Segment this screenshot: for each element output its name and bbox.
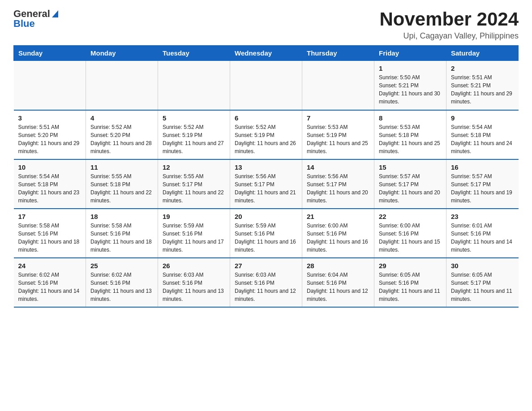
calendar-cell: 5Sunrise: 5:52 AMSunset: 5:19 PMDaylight… [158, 110, 230, 159]
day-info: Sunrise: 5:56 AMSunset: 5:17 PMDaylight:… [235, 172, 297, 205]
calendar-cell: 11Sunrise: 5:55 AMSunset: 5:18 PMDayligh… [86, 159, 158, 209]
calendar-table: SundayMondayTuesdayWednesdayThursdayFrid… [13, 45, 519, 308]
calendar-cell: 18Sunrise: 5:58 AMSunset: 5:16 PMDayligh… [86, 209, 158, 258]
day-number: 28 [307, 262, 369, 270]
calendar-cell: 8Sunrise: 5:53 AMSunset: 5:18 PMDaylight… [374, 110, 446, 159]
page-title: November 2024 [379, 9, 519, 30]
day-info: Sunrise: 5:54 AMSunset: 5:18 PMDaylight:… [451, 123, 514, 155]
day-info: Sunrise: 6:03 AMSunset: 5:16 PMDaylight:… [235, 271, 297, 303]
weekday-header-wednesday: Wednesday [230, 46, 302, 61]
day-number: 12 [163, 163, 225, 171]
day-info: Sunrise: 5:52 AMSunset: 5:20 PMDaylight:… [90, 123, 153, 155]
calendar-week-row: 17Sunrise: 5:58 AMSunset: 5:16 PMDayligh… [14, 209, 519, 258]
day-number: 17 [18, 213, 82, 220]
day-info: Sunrise: 6:03 AMSunset: 5:16 PMDaylight:… [163, 271, 225, 303]
day-number: 2 [451, 64, 514, 72]
day-number: 14 [307, 163, 369, 171]
day-info: Sunrise: 6:00 AMSunset: 5:16 PMDaylight:… [307, 222, 369, 254]
calendar-cell: 2Sunrise: 5:51 AMSunset: 5:21 PMDaylight… [446, 61, 519, 110]
calendar-cell: 1Sunrise: 5:50 AMSunset: 5:21 PMDaylight… [374, 61, 446, 110]
weekday-header-tuesday: Tuesday [158, 46, 230, 61]
calendar-cell: 6Sunrise: 5:52 AMSunset: 5:19 PMDaylight… [230, 110, 302, 159]
calendar-cell [230, 61, 302, 110]
day-number: 1 [379, 64, 442, 72]
day-info: Sunrise: 6:02 AMSunset: 5:16 PMDaylight:… [18, 271, 82, 303]
day-info: Sunrise: 5:51 AMSunset: 5:21 PMDaylight:… [451, 73, 514, 106]
day-info: Sunrise: 5:58 AMSunset: 5:16 PMDaylight:… [90, 222, 153, 254]
weekday-header-saturday: Saturday [446, 46, 519, 61]
day-info: Sunrise: 6:05 AMSunset: 5:16 PMDaylight:… [379, 271, 442, 303]
day-number: 7 [307, 114, 369, 122]
day-number: 25 [90, 262, 153, 270]
day-number: 9 [451, 114, 514, 122]
calendar-cell: 16Sunrise: 5:57 AMSunset: 5:17 PMDayligh… [446, 159, 519, 209]
logo: General Blue [13, 9, 58, 29]
day-info: Sunrise: 5:55 AMSunset: 5:17 PMDaylight:… [163, 172, 225, 205]
calendar-cell: 12Sunrise: 5:55 AMSunset: 5:17 PMDayligh… [158, 159, 230, 209]
calendar-cell: 24Sunrise: 6:02 AMSunset: 5:16 PMDayligh… [14, 258, 86, 307]
calendar-week-row: 24Sunrise: 6:02 AMSunset: 5:16 PMDayligh… [14, 258, 519, 307]
calendar-cell: 10Sunrise: 5:54 AMSunset: 5:18 PMDayligh… [14, 159, 86, 209]
calendar-cell: 3Sunrise: 5:51 AMSunset: 5:20 PMDaylight… [14, 110, 86, 159]
day-info: Sunrise: 5:52 AMSunset: 5:19 PMDaylight:… [235, 123, 297, 155]
day-info: Sunrise: 6:01 AMSunset: 5:16 PMDaylight:… [451, 222, 514, 254]
day-number: 10 [18, 163, 82, 171]
day-info: Sunrise: 6:05 AMSunset: 5:17 PMDaylight:… [451, 271, 514, 303]
day-number: 4 [90, 114, 153, 122]
calendar-week-row: 10Sunrise: 5:54 AMSunset: 5:18 PMDayligh… [14, 159, 519, 209]
header-area: General Blue November 2024 Upi, Cagayan … [13, 9, 519, 41]
day-info: Sunrise: 6:00 AMSunset: 5:16 PMDaylight:… [379, 222, 442, 254]
day-info: Sunrise: 6:02 AMSunset: 5:16 PMDaylight:… [90, 271, 153, 303]
calendar-cell: 9Sunrise: 5:54 AMSunset: 5:18 PMDaylight… [446, 110, 519, 159]
logo-blue-text: Blue [13, 18, 35, 29]
day-info: Sunrise: 5:57 AMSunset: 5:17 PMDaylight:… [451, 172, 514, 205]
logo-general-text: General [13, 9, 50, 19]
day-number: 11 [90, 163, 153, 171]
day-info: Sunrise: 5:52 AMSunset: 5:19 PMDaylight:… [163, 123, 225, 155]
day-number: 8 [379, 114, 442, 122]
day-number: 30 [451, 262, 514, 270]
calendar-cell [158, 61, 230, 110]
calendar-cell: 7Sunrise: 5:53 AMSunset: 5:19 PMDaylight… [302, 110, 374, 159]
calendar-cell: 22Sunrise: 6:00 AMSunset: 5:16 PMDayligh… [374, 209, 446, 258]
day-info: Sunrise: 5:59 AMSunset: 5:16 PMDaylight:… [163, 222, 225, 254]
calendar-week-row: 1Sunrise: 5:50 AMSunset: 5:21 PMDaylight… [14, 61, 519, 110]
day-number: 3 [18, 114, 82, 122]
day-info: Sunrise: 5:55 AMSunset: 5:18 PMDaylight:… [90, 172, 153, 205]
day-info: Sunrise: 5:53 AMSunset: 5:19 PMDaylight:… [307, 123, 369, 155]
calendar-cell: 19Sunrise: 5:59 AMSunset: 5:16 PMDayligh… [158, 209, 230, 258]
day-info: Sunrise: 5:57 AMSunset: 5:17 PMDaylight:… [379, 172, 442, 205]
logo-triangle-icon [52, 10, 58, 17]
day-number: 24 [18, 262, 82, 270]
calendar-cell: 15Sunrise: 5:57 AMSunset: 5:17 PMDayligh… [374, 159, 446, 209]
calendar-cell: 4Sunrise: 5:52 AMSunset: 5:20 PMDaylight… [86, 110, 158, 159]
day-info: Sunrise: 5:58 AMSunset: 5:16 PMDaylight:… [18, 222, 82, 254]
day-info: Sunrise: 5:59 AMSunset: 5:16 PMDaylight:… [235, 222, 297, 254]
day-number: 26 [163, 262, 225, 270]
day-number: 15 [379, 163, 442, 171]
day-info: Sunrise: 5:56 AMSunset: 5:17 PMDaylight:… [307, 172, 369, 205]
calendar-cell [14, 61, 86, 110]
calendar-cell: 20Sunrise: 5:59 AMSunset: 5:16 PMDayligh… [230, 209, 302, 258]
day-number: 13 [235, 163, 297, 171]
calendar-cell: 14Sunrise: 5:56 AMSunset: 5:17 PMDayligh… [302, 159, 374, 209]
calendar-cell: 21Sunrise: 6:00 AMSunset: 5:16 PMDayligh… [302, 209, 374, 258]
day-number: 21 [307, 213, 369, 220]
day-number: 23 [451, 213, 514, 220]
day-number: 16 [451, 163, 514, 171]
weekday-header-friday: Friday [374, 46, 446, 61]
day-number: 20 [235, 213, 297, 220]
title-area: November 2024 Upi, Cagayan Valley, Phili… [379, 9, 519, 41]
calendar-cell [302, 61, 374, 110]
day-info: Sunrise: 5:53 AMSunset: 5:18 PMDaylight:… [379, 123, 442, 155]
calendar-cell: 29Sunrise: 6:05 AMSunset: 5:16 PMDayligh… [374, 258, 446, 307]
day-info: Sunrise: 5:54 AMSunset: 5:18 PMDaylight:… [18, 172, 82, 205]
calendar-cell: 13Sunrise: 5:56 AMSunset: 5:17 PMDayligh… [230, 159, 302, 209]
calendar-cell: 23Sunrise: 6:01 AMSunset: 5:16 PMDayligh… [446, 209, 519, 258]
weekday-header-sunday: Sunday [14, 46, 86, 61]
day-number: 22 [379, 213, 442, 220]
calendar-cell: 25Sunrise: 6:02 AMSunset: 5:16 PMDayligh… [86, 258, 158, 307]
day-info: Sunrise: 5:50 AMSunset: 5:21 PMDaylight:… [379, 73, 442, 106]
day-number: 6 [235, 114, 297, 122]
calendar-cell: 26Sunrise: 6:03 AMSunset: 5:16 PMDayligh… [158, 258, 230, 307]
